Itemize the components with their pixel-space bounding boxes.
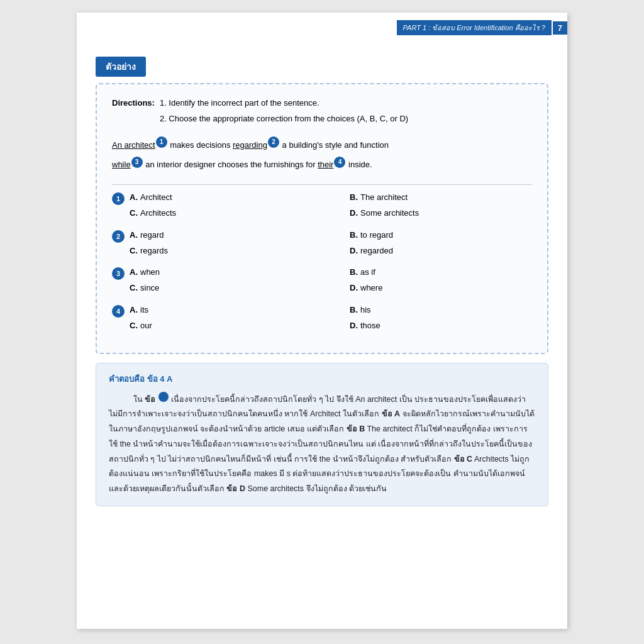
- directions: Directions: 1. Identify the incorrect pa…: [112, 96, 532, 126]
- q3-optD[interactable]: D.where: [350, 282, 532, 295]
- answer-text: ใน ข้อ 1 เนื่องจากประโยคนี้กล่าวถึงสถาปน…: [109, 392, 535, 497]
- sentence-wrapper: An architect1 makes decisions regarding2…: [112, 135, 532, 174]
- answer-title: คำตอบคือ ข้อ 4 A: [109, 372, 535, 386]
- q3-optA[interactable]: A.when: [130, 266, 312, 279]
- sentence-their: their: [318, 160, 333, 169]
- question-3: 3 A.when B.as if C.since D.where: [112, 266, 532, 295]
- question-4: 4 A.its B.his C.our D.those: [112, 304, 532, 333]
- q4-optB[interactable]: B.his: [350, 304, 532, 317]
- q3-optC[interactable]: C.since: [130, 282, 312, 295]
- q3-optB[interactable]: B.as if: [350, 266, 532, 279]
- sentence-interior: an interior designer chooses the furnish…: [145, 160, 318, 169]
- q4-optD[interactable]: D.those: [350, 319, 532, 333]
- q2-num: 2: [112, 230, 125, 243]
- sentence-an-architect: An architect: [112, 140, 155, 150]
- sentence-full: An architect1 makes decisions regarding2…: [112, 135, 532, 174]
- directions-line2: 2. Choose the appropriate correction fro…: [160, 111, 408, 126]
- questions-grid: 1 A.Architect B.The architect C.Architec…: [112, 191, 532, 332]
- sentence-makes: makes decisions: [170, 140, 233, 150]
- directions-content: 1. Identify the incorrect part of the se…: [160, 96, 408, 126]
- question-1: 1 A.Architect B.The architect C.Architec…: [112, 191, 532, 220]
- q1-options: A.Architect B.The architect C.Architects…: [130, 191, 532, 220]
- answer-box: คำตอบคือ ข้อ 4 A ใน ข้อ 1 เนื่องจากประโย…: [96, 363, 548, 506]
- num-badge-3: 3: [131, 157, 143, 168]
- sentence-while: while: [112, 160, 131, 169]
- q3-num: 3: [112, 267, 125, 280]
- divider: [112, 184, 532, 185]
- q4-optC[interactable]: C.our: [130, 319, 312, 333]
- q2-optC[interactable]: C.regards: [130, 245, 312, 258]
- sentence-building: a building's style and function: [282, 140, 389, 150]
- q2-optB[interactable]: B.to regard: [350, 229, 532, 242]
- q2-optD[interactable]: D.regarded: [350, 245, 532, 258]
- num-badge-1: 1: [156, 136, 167, 148]
- q1-optC[interactable]: C.Architects: [130, 207, 312, 220]
- q1-optB[interactable]: B.The architect: [350, 191, 532, 204]
- q3-options: A.when B.as if C.since D.where: [130, 266, 532, 295]
- example-box: Directions: 1. Identify the incorrect pa…: [96, 83, 548, 354]
- q4-options: A.its B.his C.our D.those: [130, 304, 532, 333]
- q1-num: 1: [112, 192, 125, 205]
- page: PART 1 : ข้อสอบ Error Identification คือ…: [77, 13, 567, 629]
- section-label: ตัวอย่าง: [96, 57, 146, 77]
- top-bar: PART 1 : ข้อสอบ Error Identification คือ…: [397, 20, 567, 35]
- q1-optD[interactable]: D.Some architects: [350, 207, 532, 220]
- directions-label: Directions:: [112, 96, 155, 126]
- question-2: 2 A.regard B.to regard C.regards D.regar…: [112, 229, 532, 258]
- page-number: 7: [552, 21, 567, 35]
- q4-num: 4: [112, 305, 125, 318]
- num-badge-2: 2: [268, 136, 279, 148]
- top-bar-text: PART 1 : ข้อสอบ Error Identification คือ…: [397, 20, 552, 35]
- num-badge-4: 4: [334, 157, 345, 168]
- directions-line1: 1. Identify the incorrect part of the se…: [160, 96, 408, 110]
- sentence-regarding: regarding: [233, 140, 267, 150]
- q2-optA[interactable]: A.regard: [130, 229, 312, 242]
- sentence-inside: inside.: [348, 160, 372, 169]
- q1-optA[interactable]: A.Architect: [130, 191, 312, 204]
- q2-options: A.regard B.to regard C.regards D.regarde…: [130, 229, 532, 258]
- q4-optA[interactable]: A.its: [130, 304, 312, 317]
